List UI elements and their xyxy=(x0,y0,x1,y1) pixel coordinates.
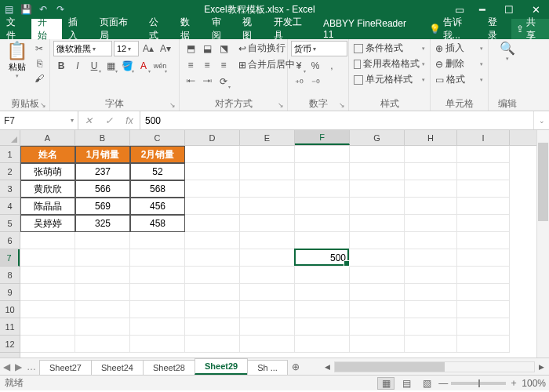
cell[interactable]: 456 xyxy=(130,198,185,215)
tell-me[interactable]: 💡告诉我... xyxy=(424,19,483,39)
cell[interactable] xyxy=(405,249,457,267)
phonetic-button[interactable]: wén xyxy=(152,58,168,74)
clipboard-launcher-icon[interactable]: ↘ xyxy=(40,101,46,109)
cells-area[interactable]: 姓名1月销量2月销量张萌萌23752黄欣欣566568陈晶晶569456吴婷婷3… xyxy=(20,146,549,353)
cell[interactable] xyxy=(75,249,130,267)
font-launcher-icon[interactable]: ↘ xyxy=(169,101,176,109)
row-header-12[interactable]: 12 xyxy=(0,336,20,353)
bold-button[interactable]: B xyxy=(53,58,69,74)
cell[interactable] xyxy=(130,318,185,336)
select-all-corner[interactable] xyxy=(0,130,20,146)
cell[interactable]: 姓名 xyxy=(20,146,75,163)
cell[interactable] xyxy=(75,267,130,284)
cell[interactable] xyxy=(350,301,405,318)
scroll-left-icon[interactable]: ◀ xyxy=(322,361,334,372)
col-header-C[interactable]: C xyxy=(130,130,185,145)
sheet-tab[interactable]: Sheet27 xyxy=(39,360,92,375)
cell[interactable] xyxy=(240,249,295,267)
cell[interactable] xyxy=(130,232,185,249)
decrease-decimal-icon[interactable]: ⁻⁰ xyxy=(307,75,323,91)
cell[interactable]: 陈晶晶 xyxy=(20,198,75,215)
percent-format-icon[interactable]: % xyxy=(307,58,323,74)
tab-developer[interactable]: 开发工具 xyxy=(267,19,317,39)
cell[interactable] xyxy=(295,336,350,353)
view-page-break-icon[interactable]: ▧ xyxy=(418,377,435,390)
shrink-font-icon[interactable]: A▾ xyxy=(158,41,173,56)
zoom-in-icon[interactable]: ＋ xyxy=(509,376,518,390)
col-header-D[interactable]: D xyxy=(185,130,240,145)
cell[interactable] xyxy=(295,198,350,215)
find-select-icon[interactable]: 🔍 xyxy=(500,41,515,56)
cell[interactable] xyxy=(75,301,130,318)
cell[interactable] xyxy=(295,267,350,284)
cell[interactable] xyxy=(295,284,350,301)
tab-data[interactable]: 数据 xyxy=(174,19,205,39)
border-button[interactable]: ▦ xyxy=(103,58,118,74)
cell[interactable] xyxy=(405,198,457,215)
cell[interactable] xyxy=(350,249,405,267)
align-launcher-icon[interactable]: ↘ xyxy=(278,101,284,109)
cell[interactable] xyxy=(457,318,510,336)
cell[interactable] xyxy=(457,163,510,180)
sheet-tab[interactable]: Sheet28 xyxy=(143,360,195,375)
cell[interactable] xyxy=(240,284,295,301)
view-normal-icon[interactable]: ▦ xyxy=(377,377,394,390)
paste-button[interactable]: 📋 粘贴 ▾ xyxy=(3,41,31,79)
align-top-icon[interactable]: ⬒ xyxy=(183,41,198,56)
col-header-G[interactable]: G xyxy=(350,130,405,145)
font-size-combo[interactable]: 12▾ xyxy=(114,41,139,56)
format-as-table-button[interactable]: 套用表格格式 xyxy=(352,56,427,71)
col-header-F[interactable]: F xyxy=(295,130,350,145)
row-header-8[interactable]: 8 xyxy=(0,267,20,284)
enter-formula-icon[interactable]: ✓ xyxy=(99,111,119,129)
row-header-1[interactable]: 1 xyxy=(0,146,20,163)
cell[interactable]: 500 xyxy=(295,249,350,267)
cell[interactable] xyxy=(457,146,510,163)
expand-formula-bar-icon[interactable]: ⌄ xyxy=(533,111,549,129)
tab-review[interactable]: 审阅 xyxy=(205,19,237,39)
cell-styles-button[interactable]: 单元格样式 xyxy=(352,72,427,87)
cell[interactable] xyxy=(185,180,240,198)
col-header-I[interactable]: I xyxy=(457,130,510,145)
cell[interactable]: 52 xyxy=(130,163,185,180)
cell[interactable] xyxy=(457,284,510,301)
grow-font-icon[interactable]: A▴ xyxy=(140,41,156,56)
tab-page-layout[interactable]: 页面布局 xyxy=(93,19,143,39)
share-button[interactable]: ⇪共享 xyxy=(511,19,549,39)
tab-view[interactable]: 视图 xyxy=(236,19,267,39)
horizontal-scrollbar[interactable]: ◀ ▶ xyxy=(320,358,549,375)
tab-formulas[interactable]: 公式 xyxy=(143,19,174,39)
row-header-3[interactable]: 3 xyxy=(0,180,20,198)
row-header-2[interactable]: 2 xyxy=(0,163,20,180)
align-middle-icon[interactable]: ⬓ xyxy=(199,41,215,56)
zoom-level[interactable]: 100% xyxy=(522,378,546,389)
cell[interactable] xyxy=(457,267,510,284)
cell[interactable] xyxy=(405,336,457,353)
cell[interactable] xyxy=(240,198,295,215)
tab-abbyy[interactable]: ABBYY FineReader 11 xyxy=(317,19,424,39)
fill-color-button[interactable]: 🪣 xyxy=(119,58,135,74)
accounting-format-icon[interactable]: ¥ xyxy=(291,58,307,74)
cell[interactable] xyxy=(457,249,510,267)
tab-insert[interactable]: 插入 xyxy=(62,19,93,39)
cell[interactable]: 237 xyxy=(75,163,130,180)
cell[interactable] xyxy=(240,215,295,232)
cell[interactable] xyxy=(405,284,457,301)
number-format-combo[interactable]: 货币▾ xyxy=(291,41,347,56)
sheet-nav-prev-icon[interactable]: ◀ xyxy=(3,361,10,372)
cell[interactable] xyxy=(130,267,185,284)
row-header-7[interactable]: 7 xyxy=(0,249,20,267)
view-page-layout-icon[interactable]: ▤ xyxy=(398,377,415,390)
cell[interactable] xyxy=(457,215,510,232)
cell[interactable] xyxy=(240,163,295,180)
number-launcher-icon[interactable]: ↘ xyxy=(339,101,345,109)
cell[interactable] xyxy=(295,146,350,163)
cell[interactable] xyxy=(20,232,75,249)
underline-button[interactable]: U xyxy=(86,58,102,74)
cell[interactable] xyxy=(350,163,405,180)
cell[interactable] xyxy=(75,336,130,353)
zoom-out-icon[interactable]: — xyxy=(438,378,448,389)
cell[interactable] xyxy=(457,232,510,249)
sheet-tab[interactable]: Sheet24 xyxy=(91,360,144,375)
cell[interactable] xyxy=(405,163,457,180)
